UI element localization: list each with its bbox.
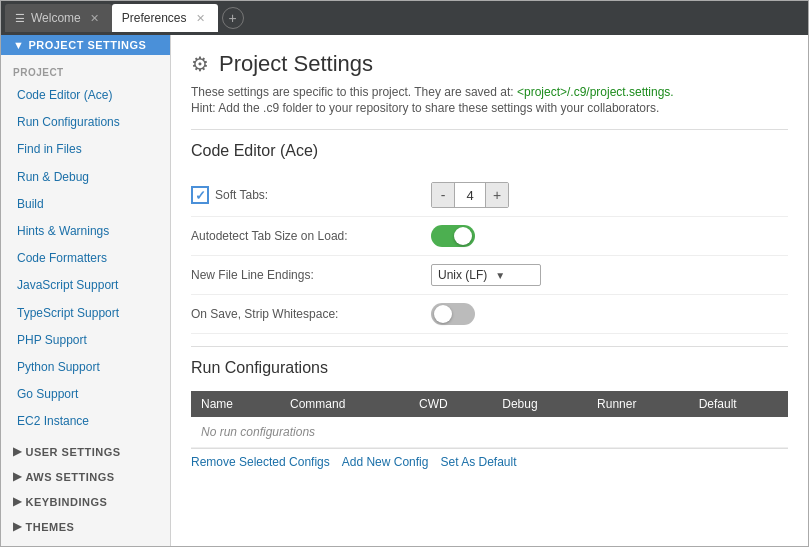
gear-icon: ⚙ — [191, 52, 209, 76]
sidebar-item-go-support[interactable]: Go Support — [1, 381, 170, 408]
soft-tabs-control: Soft Tabs: — [191, 186, 431, 204]
sidebar-project-settings-label: PROJECT SETTINGS — [28, 39, 146, 51]
sidebar: ▼ PROJECT SETTINGS PROJECT Code Editor (… — [1, 35, 171, 546]
tab-preferences-close[interactable]: ✕ — [193, 11, 208, 26]
toggle-knob — [454, 227, 472, 245]
setting-row-autodetect: Autodetect Tab Size on Load: — [191, 217, 788, 256]
set-default-button[interactable]: Set As Default — [440, 455, 516, 469]
strip-whitespace-toggle[interactable] — [431, 303, 475, 325]
sidebar-item-javascript-support[interactable]: JavaScript Support — [1, 272, 170, 299]
run-config-divider — [191, 346, 788, 347]
sidebar-item-ec2-instance[interactable]: EC2 Instance — [1, 408, 170, 435]
stepper-value-input[interactable] — [454, 183, 486, 207]
sidebar-item-build[interactable]: Build — [1, 191, 170, 218]
app-container: ☰ Welcome ✕ Preferences ✕ + ▼ PROJECT SE… — [0, 0, 809, 547]
autodetect-label: Autodetect Tab Size on Load: — [191, 229, 431, 243]
sidebar-item-code-editor[interactable]: Code Editor (Ace) — [1, 82, 170, 109]
main-content: ▼ PROJECT SETTINGS PROJECT Code Editor (… — [1, 35, 808, 546]
run-config-table-header-row: Name Command CWD Debug Runner Default — [191, 391, 788, 417]
sidebar-item-code-formatters[interactable]: Code Formatters — [1, 245, 170, 272]
sidebar-item-run-debug[interactable]: Run & Debug — [1, 164, 170, 191]
chevron-right-icon-key: ▶ — [13, 495, 22, 508]
stepper-increment-button[interactable]: + — [486, 183, 508, 207]
tab-bar: ☰ Welcome ✕ Preferences ✕ + — [1, 1, 808, 35]
tab-add-button[interactable]: + — [222, 7, 244, 29]
tab-size-stepper: - + — [431, 182, 509, 208]
chevron-down-icon: ▼ — [13, 39, 24, 51]
col-default: Default — [689, 391, 788, 417]
sidebar-aws-settings-header[interactable]: ▶ AWS SETTINGS — [1, 464, 170, 489]
col-runner: Runner — [587, 391, 689, 417]
soft-tabs-stepper-control: - + — [431, 182, 509, 208]
code-editor-divider — [191, 129, 788, 130]
run-config-actions: Remove Selected Configs Add New Config S… — [191, 448, 788, 475]
tab-welcome[interactable]: ☰ Welcome ✕ — [5, 4, 112, 32]
page-title-row: ⚙ Project Settings — [191, 51, 788, 77]
add-config-button[interactable]: Add New Config — [342, 455, 429, 469]
setting-row-soft-tabs: Soft Tabs: - + — [191, 174, 788, 217]
page-title: Project Settings — [219, 51, 373, 77]
welcome-tab-icon: ☰ — [15, 12, 25, 25]
sidebar-project-section: PROJECT Code Editor (Ace) Run Configurat… — [1, 55, 170, 439]
chevron-right-icon-aws: ▶ — [13, 470, 22, 483]
info-link[interactable]: <project>/.c9/project.settings. — [517, 85, 674, 99]
run-config-heading: Run Configurations — [191, 359, 788, 377]
soft-tabs-label: Soft Tabs: — [191, 186, 431, 204]
chevron-right-icon-themes: ▶ — [13, 520, 22, 533]
autodetect-toggle[interactable] — [431, 225, 475, 247]
sidebar-project-settings-header[interactable]: ▼ PROJECT SETTINGS — [1, 35, 170, 55]
tab-add-icon: + — [228, 10, 236, 26]
sidebar-item-php-support[interactable]: PHP Support — [1, 327, 170, 354]
tab-welcome-close[interactable]: ✕ — [87, 11, 102, 26]
sidebar-user-settings-header[interactable]: ▶ USER SETTINGS — [1, 439, 170, 464]
chevron-down-icon: ▼ — [495, 270, 505, 281]
sidebar-item-find-in-files[interactable]: Find in Files — [1, 136, 170, 163]
remove-config-button[interactable]: Remove Selected Configs — [191, 455, 330, 469]
hint-text: Hint: Add the .c9 folder to your reposit… — [191, 101, 788, 115]
tab-welcome-label: Welcome — [31, 11, 81, 25]
autodetect-toggle-control — [431, 225, 475, 247]
run-config-section: Run Configurations Name Command CWD Debu… — [191, 359, 788, 475]
toggle-knob-off — [434, 305, 452, 323]
run-config-table: Name Command CWD Debug Runner Default No… — [191, 391, 788, 448]
setting-row-strip-whitespace: On Save, Strip Whitespace: — [191, 295, 788, 334]
soft-tabs-checkbox[interactable] — [191, 186, 209, 204]
strip-whitespace-label: On Save, Strip Whitespace: — [191, 307, 431, 321]
line-endings-dropdown[interactable]: Unix (LF) ▼ — [431, 264, 541, 286]
code-editor-heading: Code Editor (Ace) — [191, 142, 788, 160]
line-endings-dropdown-control: Unix (LF) ▼ — [431, 264, 541, 286]
setting-row-line-endings: New File Line Endings: Unix (LF) ▼ — [191, 256, 788, 295]
dropdown-value: Unix (LF) — [438, 268, 487, 282]
sidebar-themes-header[interactable]: ▶ THEMES — [1, 514, 170, 539]
tab-preferences-label: Preferences — [122, 11, 187, 25]
sidebar-keybindings-header[interactable]: ▶ KEYBINDINGS — [1, 489, 170, 514]
col-cwd: CWD — [409, 391, 492, 417]
run-config-empty-row: No run configurations — [191, 417, 788, 448]
sidebar-item-run-configurations[interactable]: Run Configurations — [1, 109, 170, 136]
sidebar-item-hints-warnings[interactable]: Hints & Warnings — [1, 218, 170, 245]
right-panel: ⚙ Project Settings These settings are sp… — [171, 35, 808, 546]
sidebar-item-typescript-support[interactable]: TypeScript Support — [1, 300, 170, 327]
stepper-decrement-button[interactable]: - — [432, 183, 454, 207]
tab-preferences[interactable]: Preferences ✕ — [112, 4, 218, 32]
strip-whitespace-toggle-control — [431, 303, 475, 325]
col-name: Name — [191, 391, 280, 417]
chevron-right-icon: ▶ — [13, 445, 22, 458]
info-text: These settings are specific to this proj… — [191, 85, 788, 99]
line-endings-label: New File Line Endings: — [191, 268, 431, 282]
col-debug: Debug — [492, 391, 587, 417]
sidebar-item-python-support[interactable]: Python Support — [1, 354, 170, 381]
sidebar-project-category: PROJECT — [1, 63, 170, 82]
col-command: Command — [280, 391, 409, 417]
run-config-empty-text: No run configurations — [191, 417, 788, 448]
